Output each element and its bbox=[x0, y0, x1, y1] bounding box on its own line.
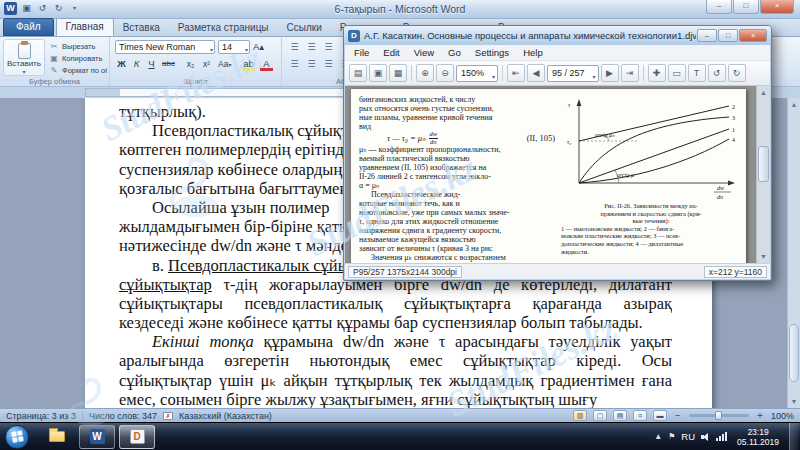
pan-tool-icon[interactable]: ✚ bbox=[648, 64, 666, 82]
word-count[interactable]: Число слов: 347 bbox=[89, 411, 157, 421]
menu-view[interactable]: View bbox=[407, 47, 441, 58]
save-icon[interactable]: ▣ bbox=[369, 64, 387, 82]
undo-icon[interactable]: ↺ bbox=[36, 2, 49, 15]
subscript-button[interactable]: x₂ bbox=[184, 57, 197, 71]
change-case-button[interactable]: Аа▾ bbox=[218, 57, 232, 71]
text-tool-icon[interactable]: T bbox=[688, 64, 706, 82]
superscript-button[interactable]: x² bbox=[200, 57, 213, 71]
font-size-select[interactable]: 14▾ bbox=[218, 40, 250, 54]
djvu-page[interactable]: бингамовских жидкостей, к числу рых отно… bbox=[351, 89, 746, 263]
zoom-in-button[interactable]: + bbox=[755, 410, 765, 421]
tab-home[interactable]: Главная bbox=[56, 18, 114, 36]
strikethrough-button[interactable]: abc bbox=[162, 57, 175, 71]
tab-insert[interactable]: Вставка bbox=[114, 20, 169, 36]
next-page-icon[interactable]: ▶ bbox=[601, 64, 619, 82]
tab-file[interactable]: Файл bbox=[3, 18, 54, 36]
previous-page-icon[interactable]: ◀ bbox=[527, 64, 545, 82]
web-view-button[interactable]: ▤ bbox=[613, 410, 627, 421]
djview-titlebar[interactable]: D А.Г. Касаткин. Основные процессы и апп… bbox=[344, 26, 771, 45]
minimize-button[interactable]: – bbox=[706, 0, 732, 14]
copy-button[interactable]: ▣Копировать bbox=[49, 52, 107, 64]
zoom-out-button[interactable]: − bbox=[673, 410, 683, 421]
language-switcher[interactable]: RU bbox=[681, 431, 695, 442]
language-indicator[interactable]: Казахский (Казахстан) bbox=[179, 411, 272, 421]
maximize-button[interactable]: □ bbox=[733, 0, 759, 14]
menu-help[interactable]: Help bbox=[516, 47, 550, 58]
menu-file[interactable]: File bbox=[347, 47, 376, 58]
word-app-icon[interactable]: W bbox=[4, 2, 17, 15]
underline-button[interactable]: Ч bbox=[145, 57, 158, 71]
tab-references[interactable]: Ссылки bbox=[278, 20, 331, 36]
scroll-down-icon[interactable]: ▼ bbox=[757, 250, 770, 263]
zoom-level[interactable]: 100% bbox=[771, 411, 794, 421]
svg-text:τ: τ bbox=[568, 102, 571, 108]
print-icon[interactable]: ▦ bbox=[389, 64, 407, 82]
action-center-icon[interactable]: ⚑ bbox=[668, 432, 675, 441]
menu-edit[interactable]: Edit bbox=[376, 47, 406, 58]
page-select[interactable]: 95 / 257▾ bbox=[547, 65, 599, 82]
menu-go[interactable]: Go bbox=[441, 47, 468, 58]
word-vertical-scrollbar[interactable]: ▲ ▼ bbox=[787, 98, 800, 408]
scroll-up-icon[interactable]: ▲ bbox=[788, 98, 800, 111]
multilevel-list-icon[interactable]: ☰ bbox=[321, 40, 336, 54]
page-indicator[interactable]: Страница: 3 из 3 bbox=[6, 411, 76, 421]
taskbar-item-explorer[interactable] bbox=[39, 425, 75, 449]
sidebar-toggle-icon[interactable]: ▤ bbox=[349, 64, 367, 82]
highlight-color-button[interactable]: ab bbox=[242, 57, 255, 71]
proofing-status-icon[interactable]: ✗ bbox=[163, 412, 173, 420]
djview-vertical-scrollbar[interactable]: ▲ ▼ bbox=[756, 86, 770, 263]
rotate-left-icon[interactable]: ↺ bbox=[708, 64, 726, 82]
menu-settings[interactable]: Settings bbox=[468, 47, 516, 58]
font-name-select[interactable]: Times New Roman▾ bbox=[115, 40, 215, 54]
cut-button[interactable]: ✂Вырезать bbox=[49, 40, 107, 52]
scroll-up-icon[interactable]: ▲ bbox=[757, 86, 770, 99]
redo-icon[interactable]: ↻ bbox=[52, 2, 65, 15]
numbering-icon[interactable]: ☰ bbox=[304, 40, 319, 54]
rotate-right-icon[interactable]: ↻ bbox=[728, 64, 746, 82]
first-page-icon[interactable]: ⇤ bbox=[507, 64, 525, 82]
taskbar-item-djview[interactable]: D bbox=[119, 425, 155, 449]
draft-view-button[interactable]: ▬ bbox=[653, 410, 667, 421]
bullets-icon[interactable]: ☰ bbox=[287, 40, 302, 54]
minimize-button[interactable]: – bbox=[697, 29, 717, 42]
close-button[interactable]: × bbox=[739, 29, 767, 42]
outline-view-button[interactable]: ≡ bbox=[633, 410, 647, 421]
copy-icon: ▣ bbox=[49, 54, 59, 63]
hidden-icons-arrow[interactable]: ▲ bbox=[654, 432, 662, 441]
scrollbar-thumb[interactable] bbox=[758, 146, 769, 182]
volume-icon[interactable] bbox=[701, 433, 710, 441]
ribbon-group-font: Times New Roman▾ 14▾ A▴ Ж К Ч abc x₂ x² … bbox=[110, 37, 282, 87]
taskbar-item-word[interactable]: W bbox=[79, 425, 115, 449]
paste-button[interactable]: Вставить ▾ bbox=[3, 39, 45, 76]
network-icon[interactable] bbox=[716, 432, 727, 441]
last-page-icon[interactable]: ⇥ bbox=[621, 64, 639, 82]
qat-dropdown-icon[interactable]: ▾ bbox=[68, 2, 81, 15]
close-button[interactable]: × bbox=[760, 0, 794, 14]
print-layout-view-button[interactable]: ▥ bbox=[573, 410, 587, 421]
zoom-select[interactable]: 150%▾ bbox=[456, 65, 498, 82]
maximize-button[interactable]: □ bbox=[718, 29, 738, 42]
fullscreen-view-button[interactable]: ▢ bbox=[593, 410, 607, 421]
show-desktop-button[interactable] bbox=[789, 423, 798, 450]
zoom-in-icon[interactable]: ⊕ bbox=[416, 64, 434, 82]
italic-button[interactable]: К bbox=[130, 57, 143, 71]
font-color-button[interactable]: А bbox=[260, 57, 273, 71]
scrollbar-thumb[interactable] bbox=[789, 324, 799, 382]
select-tool-icon[interactable]: ▭ bbox=[668, 64, 686, 82]
save-icon[interactable]: ▣ bbox=[20, 2, 33, 15]
align-center-icon[interactable]: ☰ bbox=[304, 57, 319, 71]
zoom-slider-thumb[interactable] bbox=[715, 411, 722, 420]
tab-page-layout[interactable]: Разметка страницы bbox=[169, 20, 278, 36]
zoom-out-icon[interactable]: ⊖ bbox=[436, 64, 454, 82]
word-titlebar[interactable]: W ▣ ↺ ↻ ▾ 6-тақырып - Microsoft Word – □… bbox=[0, 0, 800, 19]
align-left-icon[interactable]: ☰ bbox=[287, 57, 302, 71]
bold-button[interactable]: Ж bbox=[115, 57, 128, 71]
taskbar-clock[interactable]: 23:19 05.11.2019 bbox=[733, 427, 783, 447]
grow-font-button[interactable]: A▴ bbox=[252, 40, 265, 54]
doc-line: емес, сонымен бірге жылжу ұзақтығымен, я… bbox=[119, 390, 672, 408]
zoom-slider[interactable] bbox=[689, 414, 749, 417]
start-button[interactable] bbox=[5, 425, 29, 449]
scroll-down-icon[interactable]: ▼ bbox=[788, 395, 800, 408]
format-painter-button[interactable]: ✎Формат по образцу bbox=[49, 64, 107, 76]
align-right-icon[interactable]: ☰ bbox=[321, 57, 336, 71]
